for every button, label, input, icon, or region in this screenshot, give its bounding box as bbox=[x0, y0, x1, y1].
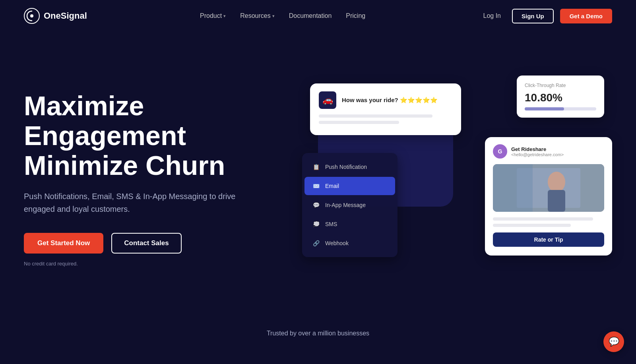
ctr-progress-bar bbox=[525, 107, 596, 110]
chevron-down-icon: ▾ bbox=[272, 14, 275, 19]
email-header: G Get Rideshare <hello@getrideshare.com> bbox=[493, 144, 604, 159]
ctr-card: Click-Through Rate 10.80% bbox=[517, 76, 604, 118]
onesignal-logo-icon bbox=[24, 8, 40, 24]
navbar: OneSignal Product ▾ Resources ▾ Document… bbox=[0, 0, 636, 32]
channel-email[interactable]: ✉️ Email bbox=[304, 177, 395, 195]
channel-push[interactable]: 📋 Push Notification bbox=[304, 158, 395, 176]
email-sender-name: Get Rideshare bbox=[511, 146, 564, 152]
get-started-button[interactable]: Get Started Now bbox=[24, 233, 103, 254]
email-preview-card: G Get Rideshare <hello@getrideshare.com> bbox=[485, 137, 612, 256]
email-icon: ✉️ bbox=[312, 182, 320, 190]
ride-line-1 bbox=[319, 114, 432, 118]
svg-rect-6 bbox=[493, 164, 533, 212]
email-line-1 bbox=[493, 217, 593, 221]
contact-sales-button[interactable]: Contact Sales bbox=[111, 233, 181, 254]
svg-point-4 bbox=[548, 172, 565, 192]
login-button[interactable]: Log In bbox=[478, 9, 505, 23]
hero-content: Maximize Engagement Minimize Churn Push … bbox=[24, 91, 270, 266]
push-icon: 📋 bbox=[312, 163, 320, 171]
hero-cta-buttons: Get Started Now Contact Sales bbox=[24, 233, 270, 254]
ride-icon: 🚗 bbox=[319, 91, 336, 109]
nav-actions: Log In Sign Up Get a Demo bbox=[478, 9, 612, 23]
demo-button[interactable]: Get a Demo bbox=[560, 9, 612, 23]
ride-card-title: How was your ride? ⭐⭐⭐⭐⭐ bbox=[342, 97, 438, 104]
channel-selector: 📋 Push Notification ✉️ Email 💬 In-App Me… bbox=[302, 153, 398, 257]
webhook-icon: 🔗 bbox=[312, 239, 320, 248]
svg-point-1 bbox=[30, 14, 33, 17]
nav-pricing[interactable]: Pricing bbox=[346, 12, 365, 19]
logo[interactable]: OneSignal bbox=[24, 8, 87, 24]
ctr-label: Click-Through Rate bbox=[525, 83, 596, 88]
email-body-lines bbox=[493, 217, 604, 227]
inapp-icon: 💬 bbox=[312, 201, 320, 209]
chevron-down-icon: ▾ bbox=[223, 14, 226, 19]
hero-illustration: 🚗 How was your ride? ⭐⭐⭐⭐⭐ Click-Through… bbox=[286, 76, 612, 282]
email-sender-address: <hello@getrideshare.com> bbox=[511, 152, 564, 157]
email-line-2 bbox=[493, 224, 571, 227]
ride-card-lines bbox=[319, 114, 452, 124]
email-hero-image bbox=[493, 164, 604, 212]
ctr-value: 10.80% bbox=[525, 91, 596, 104]
signup-button[interactable]: Sign Up bbox=[512, 9, 554, 23]
woman-illustration bbox=[493, 164, 604, 212]
sms-icon: 💭 bbox=[312, 220, 320, 228]
hero-title: Maximize Engagement Minimize Churn bbox=[24, 91, 270, 180]
nav-documentation[interactable]: Documentation bbox=[289, 12, 332, 19]
nav-resources[interactable]: Resources ▾ bbox=[240, 12, 274, 19]
chat-bubble-button[interactable]: 💬 bbox=[603, 331, 624, 352]
hero-section: Maximize Engagement Minimize Churn Push … bbox=[0, 32, 636, 318]
ride-card-header: 🚗 How was your ride? ⭐⭐⭐⭐⭐ bbox=[319, 91, 452, 109]
logo-text: OneSignal bbox=[44, 11, 87, 21]
email-image-inner bbox=[493, 164, 604, 212]
channel-sms[interactable]: 💭 SMS bbox=[304, 215, 395, 233]
hero-subtitle: Push Notifications, Email, SMS & In-App … bbox=[24, 190, 238, 215]
trusted-text: Trusted by over a million businesses bbox=[24, 330, 612, 337]
svg-rect-5 bbox=[548, 190, 565, 212]
no-credit-card-text: No credit card required. bbox=[24, 261, 270, 267]
ctr-progress-fill bbox=[525, 107, 564, 110]
channel-webhook[interactable]: 🔗 Webhook bbox=[304, 234, 395, 252]
email-from: Get Rideshare <hello@getrideshare.com> bbox=[511, 146, 564, 157]
nav-product[interactable]: Product ▾ bbox=[200, 12, 226, 19]
chat-icon: 💬 bbox=[609, 337, 619, 347]
rate-tip-button[interactable]: Rate or Tip bbox=[493, 232, 604, 247]
channel-inapp[interactable]: 💬 In-App Message bbox=[304, 196, 395, 214]
email-sender-avatar: G bbox=[493, 144, 507, 159]
trusted-section: Trusted by over a million businesses bbox=[0, 318, 636, 357]
ride-line-2 bbox=[319, 121, 399, 124]
ride-notification-card: 🚗 How was your ride? ⭐⭐⭐⭐⭐ bbox=[310, 83, 461, 135]
nav-links: Product ▾ Resources ▾ Documentation Pric… bbox=[200, 12, 365, 19]
